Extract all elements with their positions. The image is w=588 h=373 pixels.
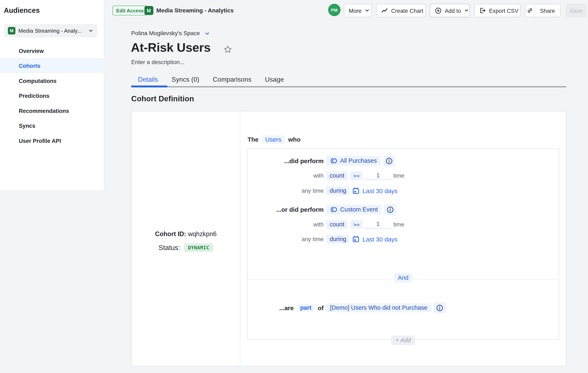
edit-access-badge[interactable]: Edit Access — [113, 6, 147, 15]
calendar-icon — [352, 236, 360, 243]
tab-underline-track — [131, 86, 566, 87]
project-selector[interactable]: M Media Streaming - Analy... — [4, 24, 97, 37]
link-icon — [526, 7, 533, 14]
event-selector[interactable]: All Purchases — [326, 156, 380, 166]
cohort-id: Cohort ID: wqhzkpn6 — [132, 230, 240, 238]
favorite-star-icon[interactable] — [224, 45, 232, 54]
cohort-info-button[interactable] — [434, 302, 446, 313]
count-value-input[interactable]: 1 — [365, 172, 391, 180]
tab-bar: Details Syncs (0) Comparisons Usage — [131, 73, 291, 86]
date-range-selector[interactable]: Last 30 days — [352, 187, 398, 195]
condition-row: any time during Last 30 days — [248, 234, 559, 245]
sidebar-nav: Overview Cohorts Computations Prediction… — [0, 43, 104, 148]
user-avatar[interactable]: PM — [328, 4, 341, 16]
project-initial-badge: M — [8, 27, 15, 34]
sidebar-item-user-profile-api[interactable]: User Profile API — [0, 133, 104, 148]
calendar-icon — [352, 187, 360, 195]
aggregation-selector[interactable]: count — [326, 171, 348, 180]
cohort-definition-panel: Cohort ID: wqhzkpn6 Status: DYNAMIC The … — [131, 111, 566, 366]
subject-selector[interactable]: Users — [262, 135, 285, 144]
date-range-selector[interactable]: Last 30 days — [352, 236, 398, 243]
tab-syncs[interactable]: Syncs (0) — [165, 73, 206, 86]
time-mode-selector[interactable]: during — [326, 186, 349, 195]
sidebar-item-predictions[interactable]: Predictions — [0, 88, 104, 103]
event-info-button[interactable] — [384, 204, 396, 215]
event-selector[interactable]: Custom Event — [326, 205, 381, 214]
event-icon — [330, 157, 337, 165]
circle-plus-icon — [435, 7, 441, 14]
chevron-down-icon — [365, 8, 370, 13]
status-badge: DYNAMIC — [184, 243, 213, 252]
membership-mode-selector[interactable]: part — [297, 304, 314, 312]
condition-row: any time during Last 30 days — [248, 185, 559, 197]
create-chart-button[interactable]: Create Chart — [376, 4, 426, 17]
sidebar-title: Audiences — [4, 6, 40, 15]
event-icon — [330, 206, 337, 213]
project-selector-label: Media Streaming - Analy... — [18, 28, 88, 34]
active-tab-indicator — [131, 85, 167, 87]
description-placeholder[interactable]: Enter a description... — [131, 59, 185, 66]
sidebar: Audiences M Media Streaming - Analy... O… — [0, 0, 104, 191]
page: Audiences M Media Streaming - Analy... O… — [0, 0, 588, 373]
save-button[interactable]: Save — [566, 4, 587, 17]
tab-usage[interactable]: Usage — [258, 73, 291, 86]
time-mode-selector[interactable]: during — [326, 235, 349, 244]
condition-row: ...or did perform Custom Event — [248, 204, 559, 215]
sidebar-item-syncs[interactable]: Syncs — [0, 118, 104, 133]
info-icon — [387, 206, 394, 213]
page-title: At-Risk Users — [131, 41, 210, 55]
condition-row: with count >= 1 time — [248, 219, 559, 230]
project-initial-badge-header: M — [144, 6, 153, 15]
panel-divider — [240, 112, 240, 366]
add-condition-button[interactable]: + Add — [391, 336, 415, 345]
and-operator[interactable]: And — [394, 273, 412, 283]
condition-row: ...did perform All Purchases — [248, 155, 559, 166]
chevron-down-icon — [464, 8, 469, 13]
sidebar-item-computations[interactable]: Computations — [0, 73, 104, 88]
count-value-input[interactable]: 1 — [365, 220, 391, 229]
more-button[interactable]: More — [344, 4, 372, 17]
line-chart-icon — [381, 7, 388, 14]
export-csv-button[interactable]: Export CSV — [474, 4, 521, 17]
sidebar-item-cohorts[interactable]: Cohorts — [0, 58, 104, 73]
cohort-selector[interactable]: [Demo] Users Who did not Purchase — [326, 303, 431, 312]
add-to-button[interactable]: Add to — [430, 4, 470, 17]
chevron-down-icon — [204, 31, 210, 36]
project-title: Media Streaming - Analytics — [156, 7, 234, 14]
membership-row: ...are part of [Demo] Users Who did not … — [248, 302, 559, 313]
operator-selector[interactable]: >= — [350, 220, 363, 229]
info-icon — [386, 157, 393, 164]
cohort-sentence: The Users who — [248, 134, 301, 145]
info-icon — [436, 304, 443, 311]
section-title: Cohort Definition — [131, 94, 194, 103]
share-button[interactable]: Share — [535, 4, 560, 17]
share-button-group: Share — [525, 4, 560, 17]
conditions-box: ...did perform All Purchases with count … — [247, 148, 559, 340]
tab-comparisons[interactable]: Comparisons — [206, 73, 258, 86]
condition-row: with count >= 1 time — [248, 170, 559, 181]
copy-link-button[interactable] — [525, 4, 535, 17]
chevron-down-icon — [88, 28, 93, 33]
export-icon — [479, 7, 486, 14]
cohort-status: Status: DYNAMIC — [132, 243, 240, 252]
tab-details[interactable]: Details — [131, 73, 165, 86]
sidebar-item-recommendations[interactable]: Recommendations — [0, 103, 104, 118]
aggregation-selector[interactable]: count — [326, 220, 348, 229]
operator-selector[interactable]: >= — [350, 171, 363, 180]
space-breadcrumb[interactable]: Polina Mogilevsky's Space — [131, 30, 210, 37]
sidebar-item-overview[interactable]: Overview — [0, 43, 104, 58]
event-info-button[interactable] — [383, 155, 395, 166]
